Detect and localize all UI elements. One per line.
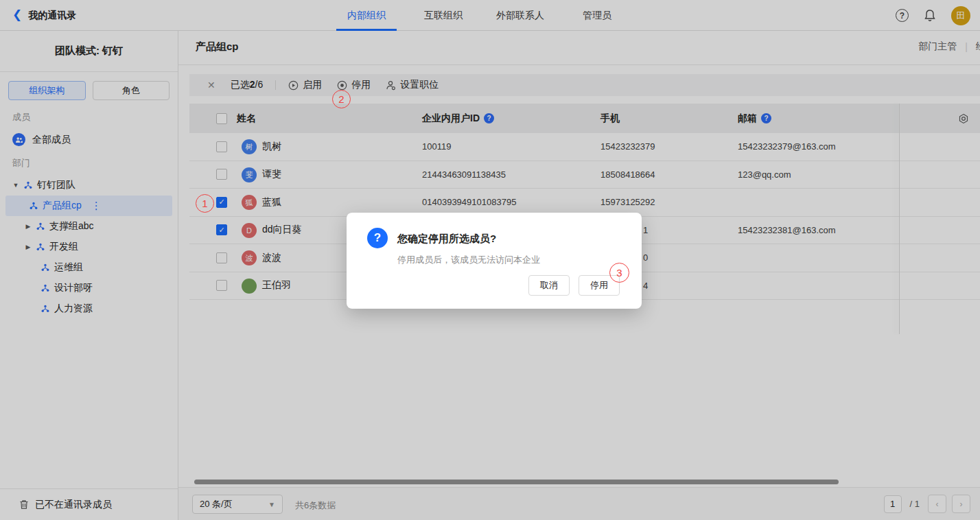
confirm-dialog: ? 您确定停用所选成员? 停用成员后，该成员无法访问本企业 取消 停用	[347, 213, 642, 309]
question-icon: ?	[367, 228, 388, 248]
app-window: ❮ 我的通讯录 内部组织 互联组织 外部联系人 管理员 ? 田 团队模式: 钉钉…	[0, 0, 980, 520]
cancel-button[interactable]: 取消	[528, 275, 570, 296]
dialog-buttons: 取消 停用	[528, 275, 620, 296]
annotation-circle-3: 3	[609, 263, 629, 283]
dialog-message: 停用成员后，该成员无法访问本企业	[397, 254, 540, 266]
annotation-circle-2: 2	[332, 90, 351, 108]
annotation-circle-1: 1	[196, 194, 214, 213]
dialog-title: 您确定停用所选成员?	[397, 233, 496, 246]
